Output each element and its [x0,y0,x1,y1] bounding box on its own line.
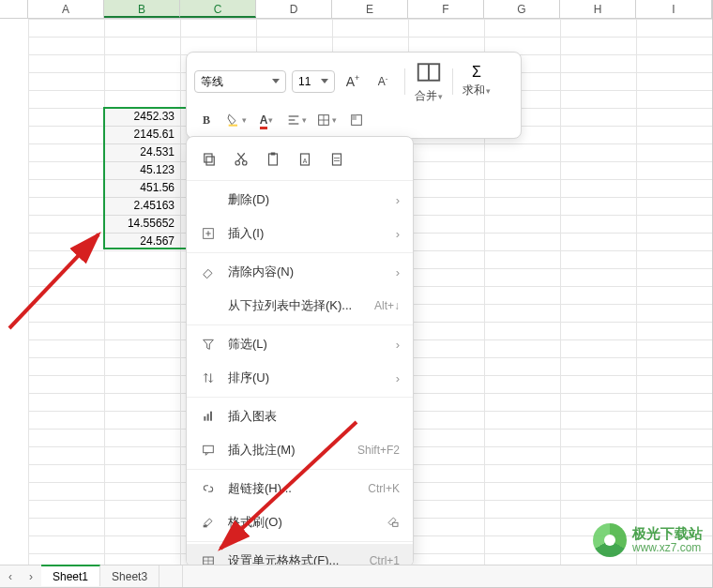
brush-lock-icon[interactable] [385,514,400,532]
column-header-G[interactable]: G [484,0,560,18]
cell-B11[interactable]: 2.45163 [104,197,178,215]
brush-icon [200,514,217,531]
ctx-delete-label: 删除(D) [228,191,385,208]
svg-rect-29 [210,412,212,421]
blank-icon [200,191,217,208]
ctx-insert-label: 插入(I) [228,225,385,242]
sheet-next-button[interactable]: › [21,570,41,583]
font-color-button[interactable]: A▾ [254,108,279,132]
sort-icon [200,369,217,386]
align-button[interactable]: ▾ [284,108,309,132]
font-size-select[interactable]: 11 [292,70,335,93]
sheet-tab-sheet1[interactable]: Sheet1 [41,565,100,586]
column-headers: ABCDEFGHI [0,0,712,19]
cell-B6[interactable]: 2452.33 [104,108,178,126]
svg-rect-2 [229,125,237,127]
chart-icon [200,408,217,425]
copy-icon[interactable] [200,150,219,169]
ctx-chart[interactable]: 插入图表 [187,400,413,433]
svg-rect-32 [393,522,398,526]
ctx-insert[interactable]: 插入(I)› [187,217,413,250]
chevron-down-icon [321,79,328,83]
chevron-right-icon: › [396,193,400,207]
eraser-icon [200,264,217,280]
bold-button[interactable]: B [194,108,219,132]
ctx-comment[interactable]: 插入批注(M)Shift+F2 [187,433,413,467]
column-header-D[interactable]: D [256,0,332,18]
insert-icon [200,225,217,242]
column-header-E[interactable]: E [332,0,408,18]
ctx-delete[interactable]: 删除(D)› [187,183,413,217]
ctx-from-dropdown-label: 从下拉列表中选择(K)... [228,297,363,314]
svg-rect-12 [205,154,212,162]
borders-button[interactable]: ▾ [314,108,339,132]
cell-B9[interactable]: 45.123 [104,161,178,179]
filter-icon [200,336,217,353]
ctx-chart-label: 插入图表 [228,408,400,425]
svg-rect-28 [207,414,209,420]
fill-color-button[interactable]: ▾ [224,108,249,132]
svg-rect-17 [269,154,278,165]
watermark-logo-icon [593,523,627,557]
cut-icon[interactable] [232,150,250,169]
ctx-hyperlink[interactable]: 超链接(H)...Ctrl+K [187,472,413,505]
comment-icon [200,442,217,459]
svg-rect-11 [206,157,214,165]
paste-options-icon[interactable] [327,150,346,169]
svg-rect-27 [204,416,205,421]
svg-rect-10 [352,115,356,120]
select-all-corner[interactable] [0,0,28,18]
cell-B13[interactable]: 24.567 [104,233,178,250]
ctx-filter[interactable]: 筛选(L)› [187,327,413,361]
ctx-hyperlink-label: 超链接(H)... [228,480,356,497]
cell-B8[interactable]: 24.531 [104,143,178,161]
ctx-from-dropdown[interactable]: 从下拉列表中选择(K)...Alt+↓ [187,289,413,323]
link-icon [200,480,217,497]
column-header-F[interactable]: F [408,0,484,18]
increase-font-button[interactable]: A+ [341,69,365,94]
merge-cells-button[interactable]: 合并▾ [415,58,443,104]
cell-B10[interactable]: 451.56 [104,179,178,197]
cell-B7[interactable]: 2145.61 [104,126,178,143]
cell-styles-button[interactable] [344,108,369,132]
sheet-tab-sheet3[interactable]: Sheet3 [100,565,159,587]
decrease-font-button[interactable]: A- [371,69,395,94]
chevron-right-icon: › [396,265,400,279]
svg-rect-31 [204,525,207,528]
autosum-button[interactable]: Σ 求和▾ [463,64,491,98]
ctx-filter-label: 筛选(L) [228,336,385,353]
chevron-right-icon: › [396,338,400,352]
blank-icon [200,297,217,314]
column-header-A[interactable]: A [28,0,104,18]
svg-rect-30 [204,445,214,452]
ctx-clear-label: 清除内容(N) [228,264,385,280]
svg-rect-21 [333,154,341,165]
sheet-tab-bar: ‹ › Sheet1Sheet3 [0,565,712,587]
svg-rect-18 [271,153,276,156]
chevron-down-icon [272,79,280,83]
ctx-sort-label: 排序(U) [228,369,385,386]
ctx-sort[interactable]: 排序(U)› [187,361,413,395]
watermark: 极光下载站 www.xz7.com [593,523,703,557]
svg-text:A: A [303,158,308,164]
mini-toolbar: 等线 11 A+ A- 合并▾ Σ 求和▾ B ▾ [186,52,522,139]
font-family-select[interactable]: 等线 [194,70,286,93]
font-size-value: 11 [298,71,311,92]
paste-text-icon[interactable]: A [296,150,314,169]
watermark-en: www.xz7.com [632,542,703,554]
column-header-B[interactable]: B [104,0,180,18]
column-header-H[interactable]: H [560,0,636,18]
sheet-tab-next-hidden[interactable] [159,565,183,587]
ctx-clear[interactable]: 清除内容(N)› [187,255,413,289]
font-family-value: 等线 [201,71,223,92]
sheet-prev-button[interactable]: ‹ [0,570,21,583]
ctx-format-paint[interactable]: 格式刷(O) [187,505,413,539]
watermark-cn: 极光下载站 [632,526,703,542]
cell-B12[interactable]: 14.55652 [104,215,178,233]
column-header-C[interactable]: C [180,0,256,18]
paste-icon[interactable] [264,150,282,169]
column-header-I[interactable]: I [636,0,712,18]
context-menu: A删除(D)›插入(I)›清除内容(N)›从下拉列表中选择(K)...Alt+↓… [186,136,414,567]
ctx-comment-label: 插入批注(M) [228,442,346,459]
ctx-format-paint-label: 格式刷(O) [228,514,373,531]
